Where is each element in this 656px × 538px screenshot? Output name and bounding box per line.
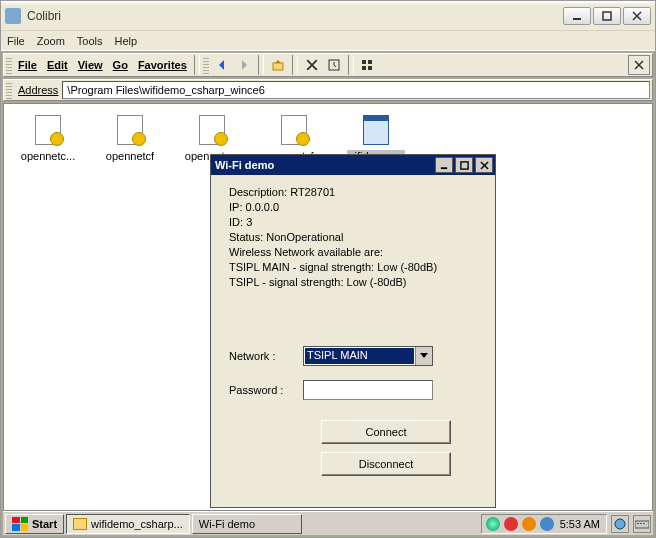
- desc-label: Description:: [229, 186, 290, 198]
- status-label: Status:: [229, 231, 266, 243]
- svg-rect-5: [368, 60, 372, 64]
- clock: 5:53 AM: [558, 518, 602, 530]
- windows-logo-icon: [12, 517, 28, 531]
- toolbar-close-button[interactable]: [628, 55, 650, 75]
- menu-help[interactable]: Help: [115, 35, 138, 47]
- toolbar-grip-icon: [203, 56, 209, 74]
- taskbar-task[interactable]: wifidemo_csharp...: [66, 514, 190, 534]
- address-label: Address: [14, 84, 62, 96]
- dialog-titlebar[interactable]: Wi-Fi demo: [211, 155, 495, 175]
- up-folder-button[interactable]: [267, 55, 289, 75]
- svg-rect-7: [368, 66, 372, 70]
- explorer-toolbar: File Edit View Go Favorites: [3, 53, 653, 77]
- ip-label: IP:: [229, 201, 246, 213]
- status-block: Description: RT28701 IP: 0.0.0.0 ID: 3 S…: [229, 185, 483, 290]
- forward-button[interactable]: [233, 55, 255, 75]
- svg-rect-14: [643, 523, 645, 524]
- desc-value: RT28701: [290, 186, 335, 198]
- svg-rect-6: [362, 66, 366, 70]
- svg-rect-12: [637, 523, 639, 524]
- view-mode-button[interactable]: [357, 55, 379, 75]
- tray-volume-icon[interactable]: [540, 517, 554, 531]
- svg-rect-13: [640, 523, 642, 524]
- file-item[interactable]: opennetcf: [98, 114, 162, 162]
- tray-network-icon[interactable]: [486, 517, 500, 531]
- maximize-button[interactable]: [593, 7, 621, 25]
- wifi-dialog: Wi-Fi demo Description: RT28701 IP: 0.0.…: [210, 154, 496, 508]
- id-value: 3: [246, 216, 252, 228]
- menu-file[interactable]: File: [7, 35, 25, 47]
- back-button[interactable]: [211, 55, 233, 75]
- start-button[interactable]: Start: [5, 514, 64, 534]
- network-entry: TSIPL MAIN - signal strength: Low (-80dB…: [229, 260, 483, 275]
- toolbar-grip-icon: [6, 81, 12, 99]
- svg-rect-9: [460, 161, 467, 168]
- network-entry: TSIPL - signal strength: Low (-80dB): [229, 275, 483, 290]
- dll-file-icon: [196, 114, 228, 146]
- password-input[interactable]: [303, 380, 433, 400]
- svg-rect-1: [603, 12, 611, 20]
- menu-zoom[interactable]: Zoom: [37, 35, 65, 47]
- tray-keyboard-button[interactable]: [633, 515, 651, 533]
- window-title: Colibri: [27, 9, 563, 23]
- minimize-button[interactable]: [563, 7, 591, 25]
- delete-button[interactable]: [301, 55, 323, 75]
- id-label: ID:: [229, 216, 246, 228]
- outer-menubar: File Zoom Tools Help: [1, 31, 655, 51]
- menu-tools[interactable]: Tools: [77, 35, 103, 47]
- svg-rect-4: [362, 60, 366, 64]
- available-label: Wireless Network available are:: [229, 245, 483, 260]
- dialog-close-button[interactable]: [475, 157, 493, 173]
- svg-rect-2: [273, 63, 283, 70]
- taskbar: Start wifidemo_csharp... Wi-Fi demo 5:53…: [3, 511, 653, 535]
- start-label: Start: [32, 518, 57, 530]
- status-value: NonOperational: [266, 231, 343, 243]
- properties-button[interactable]: [323, 55, 345, 75]
- address-input[interactable]: [62, 81, 650, 99]
- password-label: Password :: [229, 384, 303, 396]
- dialog-title: Wi-Fi demo: [215, 159, 433, 171]
- explorer-menu-go[interactable]: Go: [113, 59, 128, 71]
- network-select-value: TSIPL MAIN: [305, 348, 414, 364]
- taskbar-task[interactable]: Wi-Fi demo: [192, 514, 302, 534]
- dialog-minimize-button[interactable]: [435, 157, 453, 173]
- outer-titlebar: Colibri: [1, 1, 655, 31]
- network-label: Network :: [229, 350, 303, 362]
- system-tray: 5:53 AM: [481, 514, 607, 534]
- dll-file-icon: [278, 114, 310, 146]
- dialog-maximize-button[interactable]: [455, 157, 473, 173]
- network-select[interactable]: TSIPL MAIN: [303, 346, 433, 366]
- disconnect-button[interactable]: Disconnect: [321, 452, 451, 476]
- svg-rect-0: [573, 18, 581, 20]
- app-file-icon: [360, 114, 392, 146]
- folder-icon: [73, 518, 87, 530]
- explorer-menu-view[interactable]: View: [78, 59, 103, 71]
- explorer-menu-favorites[interactable]: Favorites: [138, 59, 187, 71]
- close-button[interactable]: [623, 7, 651, 25]
- file-label: opennetcf: [106, 150, 154, 162]
- app-icon: [5, 8, 21, 24]
- connect-button[interactable]: Connect: [321, 420, 451, 444]
- svg-rect-11: [635, 521, 649, 528]
- dll-file-icon: [114, 114, 146, 146]
- task-label: Wi-Fi demo: [199, 518, 255, 530]
- task-label: wifidemo_csharp...: [91, 518, 183, 530]
- explorer-menu-file[interactable]: File: [18, 59, 37, 71]
- toolbar-grip-icon: [6, 56, 12, 74]
- svg-rect-8: [440, 167, 446, 169]
- tray-desktop-button[interactable]: [611, 515, 629, 533]
- file-item[interactable]: opennetc...: [16, 114, 80, 162]
- file-label: opennetc...: [21, 150, 75, 162]
- address-bar: Address: [3, 79, 653, 101]
- dll-file-icon: [32, 114, 64, 146]
- file-pane[interactable]: opennetc... opennetcf opennetc... openne…: [3, 103, 653, 511]
- explorer-menu-edit[interactable]: Edit: [47, 59, 68, 71]
- tray-alert-icon[interactable]: [504, 517, 518, 531]
- chevron-down-icon[interactable]: [415, 347, 432, 365]
- svg-point-10: [615, 519, 625, 529]
- ip-value: 0.0.0.0: [246, 201, 280, 213]
- tray-icon[interactable]: [522, 517, 536, 531]
